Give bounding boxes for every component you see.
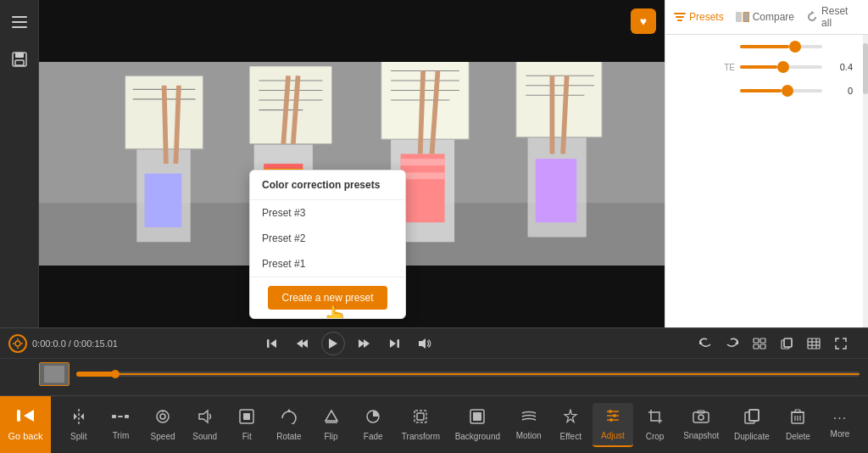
toolbar-effect[interactable]: Effect: [550, 404, 591, 446]
svg-rect-69: [397, 339, 399, 348]
svg-line-47: [175, 86, 178, 164]
go-back-button[interactable]: Go back: [0, 396, 51, 454]
toolbar-rotate[interactable]: Rotate: [269, 404, 309, 446]
svg-marker-64: [297, 339, 303, 348]
toolbar-trim[interactable]: Trim: [100, 405, 141, 445]
svg-rect-4: [15, 53, 24, 58]
presets-btn[interactable]: Presets: [674, 11, 724, 23]
table-btn[interactable]: [804, 333, 824, 354]
save-icon[interactable]: [6, 46, 33, 73]
timeline-track-bar[interactable]: [76, 372, 860, 377]
slider-1-track[interactable]: [740, 45, 822, 48]
slider-1-thumb[interactable]: [789, 41, 801, 53]
app-container: ♥ Color correction presets Preset #3 Pre…: [0, 0, 868, 453]
toolbar-duplicate[interactable]: Duplicate: [727, 404, 776, 446]
reset-all-btn[interactable]: Reset all: [806, 5, 860, 29]
copy-btn[interactable]: [776, 333, 797, 354]
undo-btn[interactable]: [695, 333, 715, 354]
svg-rect-37: [536, 159, 576, 222]
volume-btn[interactable]: [413, 332, 437, 355]
slider-2-value: 0.4: [827, 62, 853, 72]
grid-view-btn[interactable]: [749, 333, 770, 354]
svg-marker-55: [811, 11, 815, 14]
skip-to-start-btn[interactable]: [260, 332, 284, 355]
svg-marker-90: [74, 413, 77, 420]
skip-to-end-btn[interactable]: [382, 332, 406, 355]
timeline-area: 0:00:0.0 / 0:00:15.01: [0, 327, 868, 395]
redo-btn[interactable]: [722, 333, 743, 354]
svg-marker-87: [24, 410, 34, 422]
dropdown-footer: Create a new preset 👆: [250, 277, 405, 318]
adjust-icon: [605, 408, 620, 428]
preset-2-item[interactable]: Preset #2: [250, 226, 405, 251]
toolbar-fit[interactable]: Fit: [226, 404, 267, 446]
toolbar-more[interactable]: ··· More: [820, 405, 860, 444]
create-preset-button[interactable]: Create a new preset: [268, 286, 387, 310]
crop-icon: [648, 409, 663, 428]
sound-icon: [198, 409, 213, 428]
svg-point-96: [160, 414, 165, 419]
step-back-btn[interactable]: [291, 332, 314, 355]
panel-scrollbar[interactable]: [863, 35, 868, 327]
left-time: 0:00:0.0 / 0:00:15.01: [8, 334, 127, 353]
toolbar-flip[interactable]: Flip: [311, 404, 352, 446]
expand-btn[interactable]: [831, 333, 851, 354]
toolbar-items: Split Trim: [51, 403, 868, 447]
step-forward-btn[interactable]: [352, 332, 376, 355]
color-presets-dropdown: Color correction presets Preset #3 Prese…: [249, 170, 406, 319]
split-label: Split: [70, 432, 86, 441]
panel-inner: TE 0.4 0: [665, 35, 863, 327]
play-btn[interactable]: [321, 332, 345, 355]
slider-3-track[interactable]: [740, 89, 822, 92]
svg-point-95: [157, 411, 169, 422]
preset-1-item[interactable]: Preset #1: [250, 251, 405, 277]
go-back-label: Go back: [8, 431, 43, 441]
toolbar-snapshot[interactable]: Snapshot: [676, 405, 726, 445]
effect-label: Effect: [560, 432, 581, 441]
svg-marker-70: [419, 338, 426, 349]
toolbar-crop[interactable]: Crop: [635, 404, 676, 446]
toolbar-adjust[interactable]: Adjust: [593, 403, 633, 447]
settings-circle-icon[interactable]: [8, 334, 27, 353]
slider-row-3: 0: [676, 86, 853, 96]
delete-icon: [791, 409, 804, 428]
svg-rect-53: [736, 12, 742, 22]
toolbar-sound[interactable]: Sound: [185, 404, 225, 446]
favorite-icon[interactable]: ♥: [631, 8, 656, 34]
slider-3-value: 0: [827, 86, 853, 96]
toolbar-fade[interactable]: Fade: [353, 404, 393, 446]
fade-label: Fade: [364, 432, 383, 441]
toolbar-split[interactable]: Split: [58, 404, 99, 446]
preset-3-item[interactable]: Preset #3: [250, 200, 405, 226]
main-area: ♥ Color correction presets Preset #3 Pre…: [0, 0, 868, 327]
toolbar-motion[interactable]: Motion: [509, 405, 549, 445]
toolbar-speed[interactable]: Speed: [142, 404, 183, 446]
track-progress: [76, 372, 115, 377]
svg-point-56: [15, 341, 20, 346]
slider-2-track[interactable]: [740, 65, 822, 69]
slider-2-thumb[interactable]: [777, 61, 789, 73]
svg-marker-66: [359, 339, 364, 348]
svg-rect-78: [784, 338, 792, 347]
svg-rect-92: [112, 415, 116, 418]
trim-icon: [112, 410, 129, 428]
svg-rect-93: [125, 415, 129, 418]
flip-label: Flip: [325, 432, 338, 441]
panel-scrollbar-thumb[interactable]: [863, 43, 868, 94]
rotate-icon: [281, 409, 297, 428]
toolbar-delete[interactable]: Delete: [777, 404, 818, 446]
svg-rect-108: [473, 412, 481, 421]
adjust-label: Adjust: [601, 431, 625, 440]
toolbar-transform[interactable]: Transform: [395, 404, 447, 446]
svg-rect-23: [401, 165, 445, 172]
svg-rect-1: [12, 21, 27, 23]
toolbar-background[interactable]: Background: [448, 404, 507, 446]
svg-rect-86: [44, 366, 64, 383]
panel-scroll-container: TE 0.4 0: [665, 35, 868, 327]
background-label: Background: [455, 432, 500, 441]
slider-3-thumb[interactable]: [782, 85, 793, 97]
compare-btn[interactable]: Compare: [736, 11, 794, 23]
svg-marker-98: [199, 411, 208, 422]
menu-icon[interactable]: [6, 8, 33, 36]
trim-label: Trim: [113, 431, 130, 440]
